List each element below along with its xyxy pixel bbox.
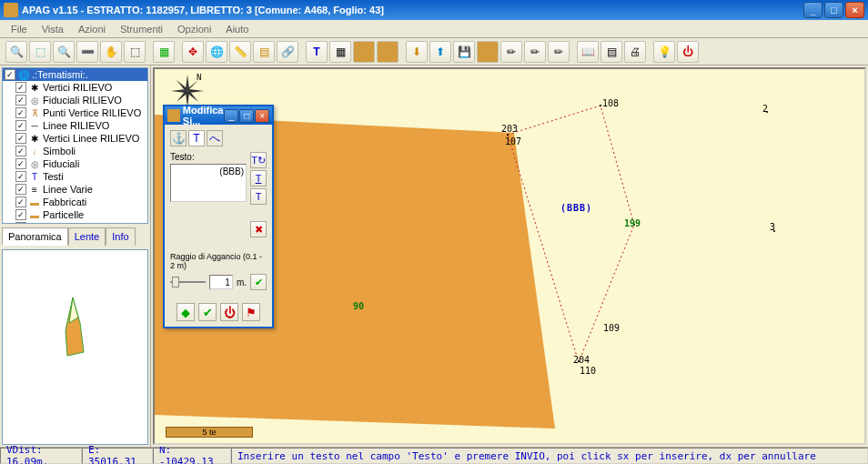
tree-item-3[interactable]: ✓─Linee RILIEVO [3, 119, 147, 132]
tree-item-0[interactable]: ✓✱Vertici RILIEVO [3, 81, 147, 94]
tree-item-11[interactable]: ✓≡Strade [3, 221, 147, 224]
menu-strumenti[interactable]: Strumenti [113, 22, 170, 36]
tree-item-1[interactable]: ✓◎Fiduciali RILIEVO [3, 94, 147, 106]
menu-opzioni[interactable]: Opzioni [170, 22, 218, 36]
tree-item-8[interactable]: ✓≡Linee Varie [3, 183, 147, 196]
dialog-minimize-button[interactable]: _ [224, 109, 238, 123]
tree-item-5[interactable]: ✓↓Simboli [3, 145, 147, 157]
dialog-flag-button[interactable]: ⚑ [242, 303, 260, 321]
checkbox-icon[interactable]: ✓ [15, 209, 26, 220]
tree-item-label: Particelle [43, 209, 84, 220]
fill3-icon[interactable] [477, 41, 499, 63]
checkbox-icon[interactable]: ✓ [15, 146, 26, 156]
tree-root[interactable]: ✓ 🌐 .:Tematismi:. [3, 68, 147, 81]
fill1-icon[interactable] [353, 41, 375, 63]
app-icon [4, 3, 18, 17]
tree-item-7[interactable]: ✓TTesti [3, 170, 147, 183]
tree-item-2[interactable]: ✓⊼Punti Vertice RILIEVO [3, 106, 147, 119]
label-109: 109 [603, 323, 620, 333]
dialog-tab-anchor[interactable]: ⚓ [170, 130, 187, 146]
label-199: 199 [624, 218, 641, 228]
tab-lente[interactable]: Lente [68, 227, 106, 246]
save-icon[interactable]: 💾 [453, 41, 475, 63]
menu-file[interactable]: File [4, 22, 35, 36]
checkbox-icon[interactable]: ✓ [15, 82, 26, 93]
zoom-area-icon[interactable]: ⬚ [29, 41, 51, 63]
doc-icon[interactable]: ▤ [601, 41, 622, 63]
dialog-close-button[interactable]: × [255, 109, 269, 123]
dialog-maximize-button[interactable]: □ [239, 109, 254, 123]
close-button[interactable]: × [845, 2, 864, 18]
bottom-tabs: Panoramica Lente Info [2, 227, 148, 246]
checkbox-icon[interactable]: ✓ [15, 95, 26, 106]
checkbox-icon[interactable]: ✓ [15, 107, 26, 118]
globe-icon[interactable]: 🌐 [206, 41, 227, 63]
checkbox-icon[interactable]: ✓ [15, 222, 26, 224]
link-icon[interactable]: 🔗 [277, 41, 298, 63]
dialog-tab-line[interactable]: へ [207, 130, 223, 146]
tree-item-9[interactable]: ✓▬Fabbricati [3, 196, 147, 208]
text-icon[interactable]: T [306, 41, 328, 63]
print-icon[interactable]: 🖨 [624, 41, 646, 63]
raggio-slider[interactable] [170, 274, 206, 290]
ruler-icon[interactable]: 📏 [229, 41, 251, 63]
checkbox-icon[interactable]: ✓ [15, 197, 26, 207]
text-underline-button[interactable]: T [250, 170, 267, 187]
help-icon[interactable]: 💡 [653, 41, 675, 63]
layer-icon: ≡ [29, 184, 40, 195]
tree-item-4[interactable]: ✓✱Vertici Linee RILIEVO [3, 132, 147, 145]
text-delete-button[interactable]: ✖ [250, 221, 267, 237]
menu-azioni[interactable]: Azioni [71, 22, 113, 36]
zoom-out-icon[interactable]: 🔍 [53, 41, 75, 63]
text-rotate-button[interactable]: T↻ [250, 152, 267, 168]
tree-item-6[interactable]: ✓◎Fiduciali [3, 157, 147, 170]
layer-icon: ◎ [29, 158, 40, 169]
grid-icon[interactable]: ▦ [153, 41, 175, 63]
dialog-tabs: ⚓ T へ [170, 130, 267, 146]
tab-info[interactable]: Info [106, 227, 135, 246]
dialog-tab-text[interactable]: T [188, 130, 205, 146]
checkbox-icon[interactable]: ✓ [15, 120, 26, 131]
table-icon[interactable]: ▦ [329, 41, 351, 63]
maximize-button[interactable]: □ [824, 2, 843, 18]
zoom-in-icon[interactable]: 🔍 [5, 41, 27, 63]
dialog-titlebar[interactable]: Modifica Si... _ □ × [165, 106, 272, 125]
slider-thumb-icon[interactable] [172, 277, 179, 287]
extent-icon[interactable]: ✥ [182, 41, 204, 63]
layers-icon[interactable]: ▤ [253, 41, 275, 63]
tree-item-10[interactable]: ✓▬Particelle [3, 208, 147, 221]
checkbox-icon[interactable]: ✓ [15, 171, 26, 182]
raggio-confirm-button[interactable]: ✔ [250, 274, 267, 290]
minimize-button[interactable]: _ [803, 2, 823, 18]
checkbox-icon[interactable]: ✓ [15, 184, 26, 195]
checkbox-icon[interactable]: ✓ [15, 158, 26, 169]
fill2-icon[interactable] [377, 41, 399, 63]
export-icon[interactable]: ⬇ [406, 41, 428, 63]
text-plain-button[interactable]: T [250, 188, 267, 205]
select-icon[interactable]: ⬚ [124, 41, 146, 63]
zoom-minus-icon[interactable]: ➖ [76, 41, 98, 63]
edit1-icon[interactable]: ✏ [500, 41, 522, 63]
checkbox-icon[interactable]: ✓ [5, 69, 15, 80]
raggio-unit: m. [237, 277, 247, 287]
left-panel: ✓ 🌐 .:Tematismi:. ✓✱Vertici RILIEVO✓◎Fid… [0, 66, 151, 447]
dialog-cancel-button[interactable]: ⏻ [220, 303, 238, 321]
edit3-icon[interactable]: ✏ [548, 41, 570, 63]
tab-panoramica[interactable]: Panoramica [2, 227, 68, 246]
label-90: 90 [353, 301, 364, 311]
book-icon[interactable]: 📖 [577, 41, 599, 63]
dialog-apply-button[interactable]: ✔ [198, 303, 217, 321]
pan-icon[interactable]: ✋ [100, 41, 122, 63]
menu-aiuto[interactable]: Aiuto [218, 22, 256, 36]
layer-tree[interactable]: ✓ 🌐 .:Tematismi:. ✓✱Vertici RILIEVO✓◎Fid… [2, 67, 148, 224]
overview-panel[interactable] [2, 249, 148, 445]
import-icon[interactable]: ⬆ [429, 41, 451, 63]
checkbox-icon[interactable]: ✓ [15, 133, 26, 144]
dialog-ok-button[interactable]: ◆ [177, 303, 195, 321]
testo-input[interactable]: (BBB) [170, 164, 247, 202]
menubar: File Vista Azioni Strumenti Opzioni Aiut… [0, 20, 868, 38]
menu-vista[interactable]: Vista [35, 22, 71, 36]
edit2-icon[interactable]: ✏ [524, 41, 546, 63]
raggio-value-input[interactable] [209, 275, 233, 289]
power-icon[interactable]: ⏻ [677, 41, 699, 63]
